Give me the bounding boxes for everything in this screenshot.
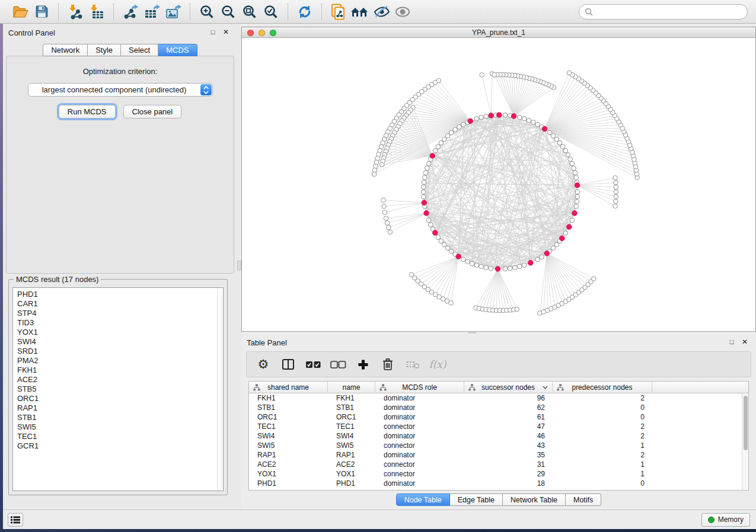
network-window: YPA_prune.txt_1	[241, 27, 756, 332]
float-table-panel-icon[interactable]: □	[728, 338, 736, 346]
mcds-result-item[interactable]: YOX1	[17, 328, 223, 337]
table-settings-icon[interactable]: ⚙	[254, 355, 273, 374]
mcds-result-item[interactable]: PMA2	[17, 356, 223, 366]
column-header-successor-nodes[interactable]: successor nodes	[464, 382, 553, 393]
zoom-out-icon[interactable]	[218, 3, 239, 21]
clone-network-icon[interactable]	[328, 3, 349, 21]
table-row[interactable]: FKH1FKH1dominator962	[249, 393, 748, 403]
table-row[interactable]: RAP1RAP1dominator352	[249, 450, 748, 460]
tab-node-table[interactable]: Node Table	[396, 493, 450, 506]
mcds-result-item[interactable]: STB1	[17, 413, 223, 422]
select-all-icon[interactable]	[304, 355, 323, 374]
column-header-shared-name[interactable]: shared name	[249, 382, 328, 393]
search-box[interactable]	[579, 4, 748, 20]
tab-network[interactable]: Network	[43, 44, 88, 56]
deselect-all-icon[interactable]	[328, 355, 347, 374]
run-mcds-button[interactable]: Run MCDS	[59, 105, 116, 118]
close-panel-button[interactable]: Close panel	[123, 105, 182, 118]
table-row[interactable]: STB1STB1dominator620	[249, 403, 748, 412]
import-network-icon[interactable]	[65, 3, 86, 21]
mcds-result-item[interactable]: GCR1	[17, 441, 223, 451]
save-session-icon[interactable]	[31, 3, 52, 21]
splitter-handle[interactable]	[237, 261, 241, 270]
table-row[interactable]: ACE2ACE2connector311	[249, 460, 748, 469]
column-header-predecessor-nodes[interactable]: predecessor nodes	[553, 382, 652, 393]
tab-style[interactable]: Style	[88, 44, 121, 56]
mcds-result-item[interactable]: STB5	[17, 384, 223, 394]
tab-mcds[interactable]: MCDS	[158, 44, 197, 56]
task-history-button[interactable]	[8, 513, 23, 527]
mcds-result-item[interactable]: FKH1	[17, 366, 223, 375]
first-neighbors-icon[interactable]	[349, 3, 371, 21]
table-cell: 1	[553, 460, 652, 469]
column-header-name[interactable]: name	[328, 382, 375, 393]
table-row[interactable]: SWI4SWI4dominator462	[249, 431, 748, 441]
column-header-label: shared name	[267, 383, 309, 392]
table-tabs: Node Table Edge Table Network Table Moti…	[241, 493, 756, 506]
table-scrollbar-thumb[interactable]	[744, 396, 748, 450]
tab-edge-table[interactable]: Edge Table	[450, 493, 503, 506]
sort-desc-icon	[543, 386, 548, 389]
table-toolbar: ⚙ f(x)	[246, 351, 751, 377]
table-row[interactable]: SWI5SWI5connector431	[249, 441, 748, 450]
tab-network-table[interactable]: Network Table	[503, 493, 566, 506]
mcds-result-item[interactable]: ORC1	[17, 394, 223, 403]
mcds-result-item[interactable]: TID3	[17, 318, 223, 328]
table-row[interactable]: PHD1PHD1dominator180	[249, 479, 748, 488]
mcds-result-item[interactable]: SWI5	[17, 422, 223, 432]
network-graph[interactable]	[242, 38, 755, 331]
hide-selected-icon[interactable]	[371, 3, 392, 21]
mcds-result-item[interactable]: TEC1	[17, 432, 223, 441]
add-column-icon[interactable]	[353, 355, 372, 374]
toolbar-separator	[113, 4, 114, 20]
table-row[interactable]: TEC1TEC1connector472	[249, 422, 748, 431]
vertical-splitter[interactable]	[237, 24, 241, 509]
export-network-icon[interactable]	[120, 3, 141, 21]
list-scrollbar[interactable]	[217, 288, 223, 491]
zoom-in-icon[interactable]	[196, 3, 218, 21]
table-cell: ORC1	[249, 412, 328, 422]
table-panel: Table Panel □ ✕ ⚙	[241, 334, 756, 509]
table-scrollbar[interactable]	[742, 393, 748, 490]
table-cell: dominator	[375, 403, 464, 412]
close-panel-icon[interactable]: ✕	[222, 28, 230, 36]
import-table-icon[interactable]	[86, 3, 107, 21]
show-all-icon[interactable]	[392, 3, 413, 21]
export-table-icon[interactable]	[141, 3, 162, 21]
table-header: shared namenameMCDS rolesuccessor nodesp…	[249, 382, 748, 393]
mcds-result-item[interactable]: SRD1	[17, 347, 223, 356]
tab-motifs[interactable]: Motifs	[566, 493, 601, 506]
zoom-fit-icon[interactable]	[239, 3, 260, 21]
apply-layout-icon[interactable]	[294, 3, 315, 21]
table-cell: 0	[553, 412, 652, 422]
memory-button[interactable]: Memory	[701, 513, 750, 527]
mcds-result-item[interactable]: RAP1	[17, 403, 223, 413]
control-panel-tabs: Network Style Select MCDS	[3, 44, 237, 56]
table-cell: SWI5	[249, 441, 328, 450]
column-header-MCDS-role[interactable]: MCDS role	[375, 382, 464, 393]
table-row[interactable]: ORC1ORC1dominator610	[249, 412, 748, 422]
export-image-icon[interactable]	[162, 3, 184, 21]
criterion-dropdown[interactable]: largest connected component (undirected)	[28, 83, 213, 97]
mcds-result-item[interactable]: SWI4	[17, 337, 223, 347]
mcds-result-item[interactable]: ACE2	[17, 375, 223, 384]
table-cell: 96	[464, 393, 553, 403]
mcds-result-item[interactable]: PHD1	[17, 290, 223, 299]
float-panel-icon[interactable]: □	[209, 28, 217, 36]
close-table-panel-icon[interactable]: ✕	[741, 338, 749, 346]
toolbar-separator	[58, 4, 59, 20]
search-input[interactable]	[596, 7, 742, 16]
table-row[interactable]: YOX1YOX1connector291	[249, 469, 748, 479]
delete-column-icon[interactable]	[378, 355, 397, 374]
mcds-result-item[interactable]: STP4	[17, 309, 223, 318]
open-file-icon[interactable]	[9, 3, 31, 21]
column-layout-icon[interactable]	[279, 355, 298, 374]
network-canvas[interactable]	[242, 38, 755, 331]
zoom-selected-icon[interactable]	[260, 3, 282, 21]
table-cell: ORC1	[328, 412, 375, 422]
mcds-result-list[interactable]: PHD1CAR1STP4TID3YOX1SWI4SRD1PMA2FKH1ACE2…	[12, 287, 224, 491]
table-panel-title: Table Panel	[247, 338, 287, 347]
table-cell: 0	[553, 479, 652, 488]
mcds-result-item[interactable]: CAR1	[17, 299, 223, 309]
tab-select[interactable]: Select	[121, 44, 158, 56]
